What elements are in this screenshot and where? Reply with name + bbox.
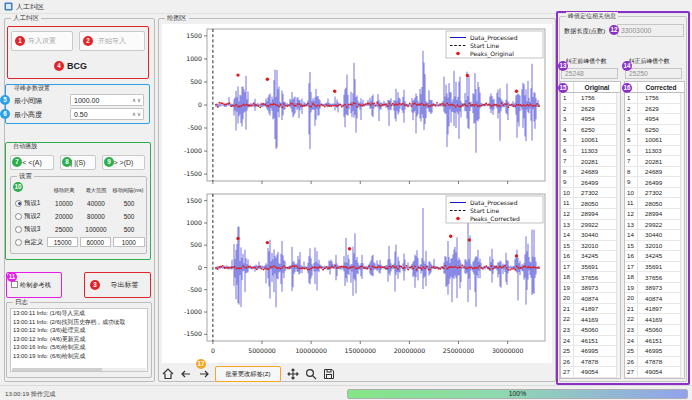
peak-marker[interactable] (515, 90, 518, 93)
peak-table-row[interactable]: 22629 (561, 104, 620, 115)
peak-table-row[interactable]: 510061 (561, 135, 620, 146)
peak-table-row[interactable]: 1228994 (625, 209, 684, 220)
peak-table-row[interactable]: 2749054 (561, 367, 620, 378)
original-table-scrollbar[interactable] (616, 93, 620, 378)
left-panel-title: 人工纠区 (11, 14, 41, 23)
peak-table-row[interactable]: 11756 (561, 93, 620, 104)
peak-table-row[interactable]: 1735691 (561, 262, 620, 273)
peak-marker[interactable] (333, 90, 336, 93)
signal-chart-original[interactable]: -1500-1000-500050010001500Data_Processed… (162, 24, 552, 189)
preset-radio[interactable] (15, 200, 22, 207)
peak-table-row[interactable]: 1837656 (625, 272, 684, 283)
peak-table-row[interactable]: 510061 (625, 135, 684, 146)
peak-table-row[interactable]: 1938973 (561, 283, 620, 294)
peak-table-row[interactable]: 22629 (625, 104, 684, 115)
peak-table-row[interactable]: 720281 (561, 156, 620, 167)
peak-table-row[interactable]: 34954 (625, 114, 684, 125)
save-icon[interactable] (322, 367, 335, 381)
preset-radio[interactable] (15, 213, 22, 220)
peak-table-row[interactable]: 2141897 (561, 304, 620, 315)
preset-radio[interactable] (15, 239, 22, 246)
peak-table-row[interactable]: 2647878 (561, 357, 620, 368)
log-scrollbar[interactable] (12, 368, 146, 371)
peak-marker[interactable] (266, 241, 269, 244)
peak-table-row[interactable]: 2040874 (561, 293, 620, 304)
corrected-peaks-table[interactable]: Corrected 117562262934954462505100616113… (624, 81, 685, 379)
peak-table-row[interactable]: 1532010 (561, 241, 620, 252)
peak-table-row[interactable]: 2244169 (561, 314, 620, 325)
draw-refline-checkbox[interactable] (11, 281, 18, 288)
peak-table-row[interactable]: 2345060 (561, 325, 620, 336)
forward-icon[interactable] (197, 367, 210, 381)
peak-table-row[interactable]: 1634245 (561, 251, 620, 262)
row-index: 27 (561, 367, 574, 377)
spin-down-icon[interactable]: ∨ (137, 97, 141, 103)
peak-table-row[interactable]: 1430440 (561, 230, 620, 241)
peak-table-row[interactable]: 1027302 (625, 188, 684, 199)
peak-table-row[interactable]: 926499 (625, 177, 684, 188)
preset-radio[interactable] (15, 226, 22, 233)
peak-table-row[interactable]: 2345060 (625, 325, 684, 336)
peak-table-row[interactable]: 46250 (561, 125, 620, 136)
peak-table-row[interactable]: 1532010 (625, 241, 684, 252)
peak-marker[interactable] (515, 254, 518, 257)
peak-table-row[interactable]: 1938973 (625, 283, 684, 294)
peak-table-row[interactable]: 1329922 (625, 220, 684, 231)
log-lines[interactable]: 13:00:11 Info: (1/6)导入完成13:00:11 Info: (… (10, 308, 148, 372)
peak-table-row[interactable]: 11756 (625, 93, 684, 104)
peak-table-row[interactable]: 1228994 (561, 209, 620, 220)
peak-table-row[interactable]: 1027302 (561, 188, 620, 199)
preset-value[interactable]: 15000 (47, 237, 78, 247)
plot-panel-title: 绘图区 (165, 14, 189, 23)
peak-table-row[interactable]: 2749054 (625, 367, 684, 378)
corrected-table-rows: 1175622629349544625051006161130372028182… (625, 93, 684, 378)
spin-up-icon[interactable]: ∧ (132, 111, 136, 117)
peak-table-row[interactable]: 1735691 (625, 262, 684, 273)
peak-marker[interactable] (449, 235, 452, 238)
peak-table-row[interactable]: 1634245 (625, 251, 684, 262)
peak-table-row[interactable]: 1329922 (561, 220, 620, 231)
peak-marker[interactable] (466, 74, 469, 77)
peak-table-row[interactable]: 720281 (625, 156, 684, 167)
spin-down-icon[interactable]: ∨ (137, 111, 141, 117)
peak-table-row[interactable]: 2446151 (561, 336, 620, 347)
peak-table-row[interactable]: 2647878 (625, 357, 684, 368)
peak-table-row[interactable]: 2040874 (625, 293, 684, 304)
min-interval-spinbox[interactable]: 1000.00 ∧∨ (70, 94, 144, 106)
peak-marker[interactable] (266, 78, 269, 81)
corrected-table-scrollbar[interactable] (680, 93, 684, 378)
peak-table-row[interactable]: 1128050 (625, 198, 684, 209)
preset-value[interactable]: 1000 (113, 237, 145, 247)
peak-table-row[interactable]: 1128050 (561, 198, 620, 209)
pan-icon[interactable] (286, 367, 299, 381)
signal-chart-corrected[interactable]: -1500-1000-50005001000150005000000100000… (162, 189, 552, 363)
peak-table-row[interactable]: 611303 (625, 146, 684, 157)
row-index: 2 (625, 104, 638, 114)
peak-table-row[interactable]: 824689 (625, 167, 684, 178)
back-icon[interactable] (179, 367, 192, 381)
zoom-icon[interactable] (304, 367, 317, 381)
peak-table-row[interactable]: 2546995 (561, 346, 620, 357)
peak-table-row[interactable]: 2446151 (625, 336, 684, 347)
peak-table-row[interactable]: 34954 (561, 114, 620, 125)
autoplay-title: 自动播放 (13, 142, 37, 151)
original-peaks-table[interactable]: Original 1175622629349544625051006161130… (560, 81, 621, 379)
peak-table-row[interactable]: 46250 (625, 125, 684, 136)
peak-table-row[interactable]: 1837656 (561, 272, 620, 283)
peak-table-row[interactable]: 2546995 (625, 346, 684, 357)
peak-table-row[interactable]: 926499 (561, 177, 620, 188)
preset-value[interactable]: 60000 (80, 237, 111, 247)
min-height-spinbox[interactable]: 0.50 ∧∨ (70, 108, 144, 120)
peak-marker[interactable] (348, 247, 351, 250)
peak-marker[interactable] (468, 238, 471, 241)
peak-table-row[interactable]: 824689 (561, 167, 620, 178)
peak-marker[interactable] (236, 237, 239, 240)
home-icon[interactable] (161, 367, 174, 381)
batch-edit-labels-button[interactable]: 批量更改标签(Z) (215, 366, 281, 382)
peak-table-row[interactable]: 2244169 (625, 314, 684, 325)
peak-table-row[interactable]: 611303 (561, 146, 620, 157)
peak-table-row[interactable]: 1430440 (625, 230, 684, 241)
spin-up-icon[interactable]: ∧ (132, 97, 136, 103)
peak-marker[interactable] (236, 73, 239, 76)
peak-table-row[interactable]: 2141897 (625, 304, 684, 315)
